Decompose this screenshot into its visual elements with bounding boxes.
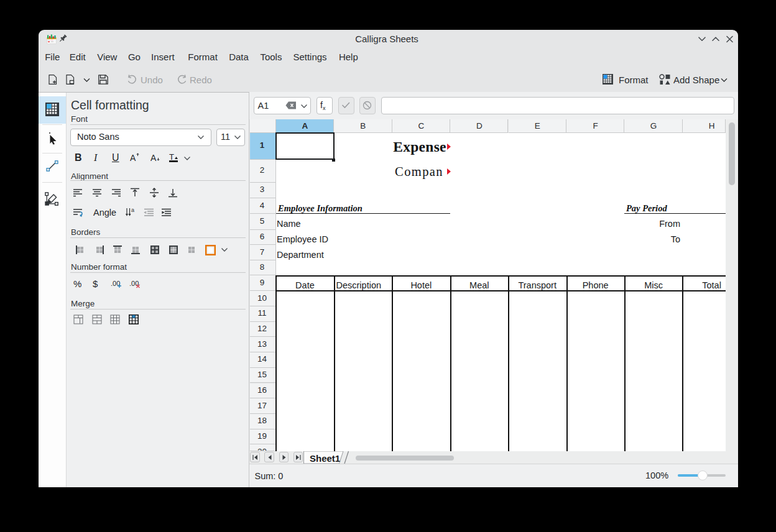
svg-text:A: A [150, 153, 157, 162]
svg-text:A: A [130, 153, 136, 162]
svg-text:a: a [131, 207, 134, 213]
svg-text:T: T [169, 153, 174, 162]
